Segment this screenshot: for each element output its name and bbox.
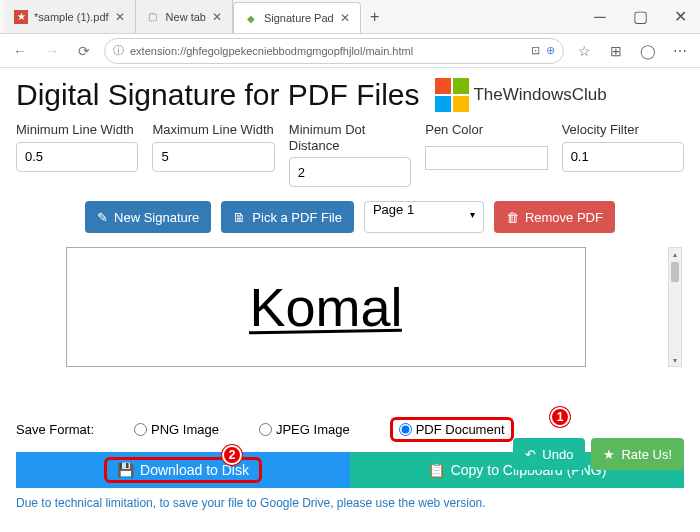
tab-label: Signature Pad [264, 12, 334, 24]
tab-signature-pad[interactable]: ◆ Signature Pad ✕ [233, 2, 361, 33]
star-icon: ★ [603, 447, 615, 462]
minimize-button[interactable]: ─ [580, 0, 620, 33]
format-jpeg-radio[interactable]: JPEG Image [259, 422, 350, 437]
clipboard-icon: 📋 [428, 462, 445, 478]
button-label: Remove PDF [525, 210, 603, 225]
refresh-button[interactable]: ⟳ [72, 39, 96, 63]
button-label: New Signature [114, 210, 199, 225]
window-controls: ─ ▢ ✕ [580, 0, 700, 33]
pick-pdf-button[interactable]: 🗎 Pick a PDF File [221, 201, 354, 233]
velocity-filter-input[interactable] [562, 142, 684, 172]
tab-sample-pdf[interactable]: ★ *sample (1).pdf ✕ [4, 0, 136, 33]
rate-us-button[interactable]: ★ Rate Us! [591, 438, 684, 470]
annotation-1: 1 [550, 407, 570, 427]
logo-icon [435, 78, 469, 112]
site-logo: TheWindowsClub [435, 78, 606, 112]
collections-icon[interactable]: ⊞ [604, 39, 628, 63]
button-label: Undo [542, 447, 573, 462]
new-tab-button[interactable]: + [361, 0, 389, 33]
velocity-filter-control: Velocity Filter [562, 122, 684, 187]
tab-label: New tab [166, 11, 206, 23]
pen-color-control: Pen Color [425, 122, 547, 187]
title-bar: ★ *sample (1).pdf ✕ ▢ New tab ✕ ◆ Signat… [0, 0, 700, 34]
close-icon[interactable]: ✕ [115, 10, 125, 24]
undo-button[interactable]: ↶ Undo [513, 438, 585, 470]
signature-drawing: Komal [249, 276, 402, 339]
info-icon: ⓘ [113, 43, 124, 58]
field-label: Minimum Dot Distance [289, 122, 411, 153]
pdf-icon: ★ [14, 10, 28, 24]
format-pdf-radio[interactable]: PDF Document [390, 417, 514, 442]
close-window-button[interactable]: ✕ [660, 0, 700, 33]
file-icon: 🗎 [233, 210, 246, 225]
close-icon[interactable]: ✕ [212, 10, 222, 24]
scroll-up-icon[interactable]: ▴ [669, 248, 681, 260]
remove-pdf-button[interactable]: 🗑 Remove PDF [494, 201, 615, 233]
scrollbar-vertical[interactable]: ▴ ▾ [668, 247, 682, 367]
min-dot-distance-control: Minimum Dot Distance [289, 122, 411, 187]
min-line-width-control: Minimum Line Width [16, 122, 138, 187]
url-field[interactable]: ⓘ extension://ghfegolgpekecniebbodmgmgop… [104, 38, 564, 64]
profile-icon[interactable]: ◯ [636, 39, 660, 63]
extension-icon: ◆ [244, 11, 258, 25]
menu-icon[interactable]: ⋯ [668, 39, 692, 63]
scroll-down-icon[interactable]: ▾ [669, 354, 681, 366]
button-label: Rate Us! [621, 447, 672, 462]
undo-icon: ↶ [525, 447, 536, 462]
save-icon: 💾 [117, 462, 134, 478]
save-format-label: Save Format: [16, 422, 94, 437]
field-label: Minimum Line Width [16, 122, 138, 138]
page-icon: ▢ [146, 10, 160, 24]
tab-new-tab[interactable]: ▢ New tab ✕ [136, 0, 233, 33]
min-dot-distance-input[interactable] [289, 157, 411, 187]
signature-canvas-wrap: Komal ▴ ▾ [16, 247, 684, 377]
back-button[interactable]: ← [8, 39, 32, 63]
signature-canvas[interactable]: Komal [66, 247, 586, 367]
download-button[interactable]: 💾 Download to Disk [16, 452, 350, 488]
reader-icon[interactable]: ⊡ [531, 44, 540, 57]
pen-color-input[interactable] [425, 146, 547, 170]
new-signature-button[interactable]: ✎ New Signature [85, 201, 211, 233]
format-png-radio[interactable]: PNG Image [134, 422, 219, 437]
forward-button[interactable]: → [40, 39, 64, 63]
translate-icon[interactable]: ⊕ [546, 44, 555, 57]
tab-label: *sample (1).pdf [34, 11, 109, 23]
page-select[interactable]: Page 1 ▾ [364, 201, 484, 233]
url-text: extension://ghfegolgpekecniebbodmgmgopfh… [130, 45, 413, 57]
field-label: Velocity Filter [562, 122, 684, 138]
close-icon[interactable]: ✕ [340, 11, 350, 25]
page-title: Digital Signature for PDF Files [16, 78, 419, 112]
address-bar: ← → ⟳ ⓘ extension://ghfegolgpekecniebbod… [0, 34, 700, 68]
max-line-width-control: Maximum Line Width [152, 122, 274, 187]
button-label: Pick a PDF File [252, 210, 342, 225]
max-line-width-input[interactable] [152, 142, 274, 172]
browser-tabs: ★ *sample (1).pdf ✕ ▢ New tab ✕ ◆ Signat… [0, 0, 580, 33]
footer-note: Due to technical limitation, to save you… [16, 496, 684, 510]
page-content: Digital Signature for PDF Files TheWindo… [0, 68, 700, 520]
annotation-2: 2 [222, 445, 242, 465]
chevron-down-icon: ▾ [470, 209, 475, 220]
field-label: Maximum Line Width [152, 122, 274, 138]
favorites-icon[interactable]: ☆ [572, 39, 596, 63]
min-line-width-input[interactable] [16, 142, 138, 172]
field-label: Pen Color [425, 122, 547, 138]
select-value: Page 1 [373, 202, 414, 217]
edit-icon: ✎ [97, 210, 108, 225]
scroll-thumb[interactable] [671, 262, 679, 282]
maximize-button[interactable]: ▢ [620, 0, 660, 33]
trash-icon: 🗑 [506, 210, 519, 225]
logo-text: TheWindowsClub [473, 85, 606, 105]
